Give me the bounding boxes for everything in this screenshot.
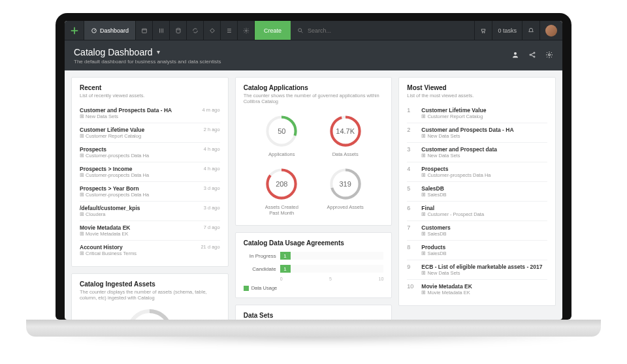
svg-point-5 — [483, 32, 483, 33]
most-viewed-sub: List of the most viewed assets. — [407, 93, 547, 99]
recent-card: Recent List of recently viewed assets. C… — [71, 77, 229, 267]
recent-item-time: 4 m ago — [199, 107, 220, 113]
recent-item[interactable]: Prospects > Year Born⊞ Customer-prospect… — [80, 182, 220, 202]
app-logo[interactable] — [65, 21, 84, 40]
mv-rank: 6 — [407, 205, 416, 217]
mv-name: Movie Metadata EK — [421, 283, 472, 290]
mv-name: Customers — [421, 224, 450, 231]
recent-item[interactable]: Customer and Prospects Data - HA⊞ New Da… — [80, 104, 220, 123]
legend-label: Data Usage — [251, 285, 278, 291]
bar-label: Candidate — [244, 266, 276, 272]
mv-name: Prospects — [421, 166, 490, 172]
nav-icon-calendar[interactable] — [136, 21, 153, 40]
recent-heading: Recent — [80, 84, 220, 91]
metric-donut: 319 Approved Assets — [327, 166, 364, 216]
most-viewed-item[interactable]: 8Products⊞ SalesDB — [407, 241, 547, 260]
title-bar: Catalog Dashboard ▾ The default dashboar… — [65, 40, 562, 70]
axis-tick: 5 — [329, 277, 332, 281]
mv-path: ⊞ New Data Sets — [421, 270, 542, 276]
svg-point-8 — [530, 54, 531, 55]
recent-item[interactable]: Prospects > Income⊞ Customer-prospects D… — [80, 162, 220, 182]
ingested-sub: The counter displays the number of asset… — [80, 289, 220, 301]
recent-item[interactable]: Customer Lifetime Value⊞ Customer Report… — [80, 123, 220, 143]
svg-point-7 — [514, 52, 517, 55]
recent-item-path: ⊞ New Data Sets — [80, 114, 172, 119]
mv-path: ⊞ Customer-prospects Data Ha — [421, 172, 490, 178]
most-viewed-item[interactable]: 10Movie Metadata EK⊞ Movie Metadata EK — [407, 280, 547, 299]
most-viewed-item[interactable]: 5SalesDB⊞ SalesDB — [407, 182, 547, 202]
search-input[interactable] — [308, 27, 373, 34]
recent-item[interactable]: /default/customer_kpis⊞ Cloudera3 d ago — [80, 202, 220, 221]
ingested-donut: 14.7K — [123, 306, 176, 320]
title-dropdown-icon[interactable]: ▾ — [157, 48, 160, 55]
svg-point-9 — [534, 52, 535, 53]
recent-item[interactable]: Movie Metadata EK⊞ Movie Metadata EK7 d … — [80, 221, 220, 241]
recent-item-time: 4 h ago — [200, 146, 220, 152]
nav-icon-list[interactable] — [221, 21, 238, 40]
nav-icon-database[interactable] — [170, 21, 187, 40]
most-viewed-item[interactable]: 9ECB - List of eligible marketable asset… — [407, 260, 547, 280]
recent-item-time: 3 d ago — [200, 185, 220, 191]
nav-icon-refresh[interactable] — [187, 21, 204, 40]
create-button[interactable]: Create — [255, 21, 291, 40]
nav-icon-sliders[interactable] — [153, 21, 170, 40]
tasks-label: 0 tasks — [498, 27, 517, 34]
datasets-card: Data Sets Chart representing asset or ta… — [235, 305, 393, 320]
svg-point-10 — [534, 56, 535, 57]
bar-label: In Progress — [244, 253, 276, 259]
recent-item-path: ⊞ Customer-prospects Data Ha — [80, 153, 149, 159]
search-box[interactable] — [291, 27, 474, 34]
notifications-icon[interactable] — [522, 21, 539, 40]
most-viewed-item[interactable]: 2Customer and Prospects Data - HA⊞ New D… — [407, 123, 547, 143]
recent-item-time: 4 h ago — [200, 166, 220, 172]
mv-name: SalesDB — [421, 185, 446, 192]
nav-dashboard[interactable]: Dashboard — [84, 21, 136, 40]
cart-icon[interactable] — [474, 21, 492, 40]
recent-item-path: ⊞ Cloudera — [80, 211, 140, 217]
tasks-button[interactable]: 0 tasks — [492, 21, 522, 40]
datasets-heading: Data Sets — [244, 312, 384, 319]
mv-rank: 9 — [407, 264, 416, 276]
recent-item-name: Customer Lifetime Value — [80, 127, 144, 133]
most-viewed-item[interactable]: 7Customers⊞ SalesDB — [407, 221, 547, 241]
most-viewed-item[interactable]: 1Customer Lifetime Value⊞ Customer Repor… — [407, 104, 547, 123]
nav-icon-settings[interactable] — [238, 21, 255, 40]
mv-rank: 7 — [407, 224, 416, 237]
mv-name: ECB - List of eligible marketable assets… — [421, 264, 542, 270]
recent-item-path: ⊞ Customer-prospects Data Ha — [80, 192, 149, 198]
metric-value: 14.7K — [328, 114, 363, 149]
most-viewed-item[interactable]: 6Final⊞ Customer - Prospect Data — [407, 202, 547, 221]
user-avatar[interactable] — [539, 21, 562, 40]
svg-point-6 — [485, 32, 485, 33]
mv-path: ⊞ SalesDB — [421, 192, 446, 198]
most-viewed-item[interactable]: 3Customer and Prospect data⊞ New Data Se… — [407, 143, 547, 162]
metric-value: 319 — [328, 166, 363, 202]
mv-path: ⊞ Customer Report Catalog — [421, 114, 486, 119]
recent-item-path: ⊞ Customer-prospects Data Ha — [80, 172, 149, 178]
metric-label: Applications — [264, 151, 299, 157]
recent-item[interactable]: Account History⊞ Critical Business Terms… — [80, 241, 220, 260]
mv-path: ⊞ New Data Sets — [421, 133, 513, 139]
recent-item-path: ⊞ Customer Report Catalog — [80, 133, 144, 139]
most-viewed-item[interactable]: 4Prospects⊞ Customer-prospects Data Ha — [407, 162, 547, 182]
svg-rect-1 — [142, 29, 146, 33]
mv-rank: 1 — [407, 107, 416, 119]
svg-point-11 — [549, 54, 551, 56]
recent-item[interactable]: Prospects⊞ Customer-prospects Data Ha4 h… — [80, 143, 220, 162]
settings-icon[interactable] — [545, 50, 553, 61]
user-icon[interactable] — [511, 50, 519, 61]
recent-sub: List of recently viewed assets. — [80, 93, 220, 99]
page-title: Catalog Dashboard — [74, 47, 153, 57]
metric-value: 208 — [264, 166, 299, 202]
mv-path: ⊞ Customer - Prospect Data — [421, 211, 484, 217]
search-icon — [297, 27, 304, 34]
apps-card: Catalog Applications The counter shows t… — [235, 77, 393, 226]
mv-path: ⊞ New Data Sets — [421, 153, 497, 159]
recent-item-path: ⊞ Movie Metadata EK — [80, 231, 130, 237]
nav-icon-tag[interactable] — [204, 21, 221, 40]
share-icon[interactable] — [528, 50, 536, 61]
recent-item-time: 3 d ago — [200, 205, 220, 211]
recent-item-time: 2 h ago — [200, 127, 220, 132]
mv-name: Final — [421, 205, 484, 211]
bar-fill: 1 — [280, 265, 291, 273]
